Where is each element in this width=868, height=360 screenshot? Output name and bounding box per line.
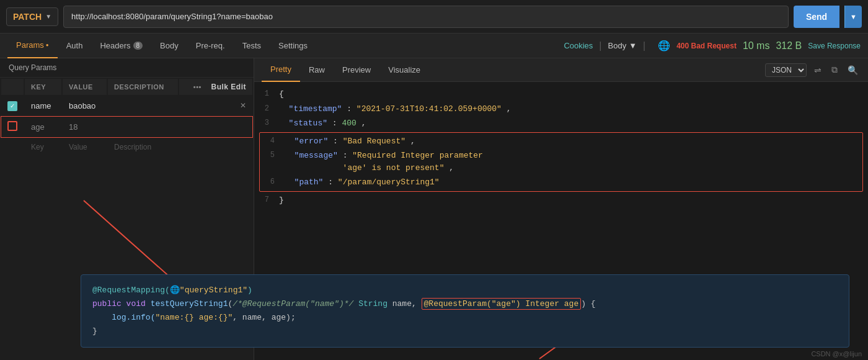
format-select[interactable]: JSON — [765, 63, 807, 77]
wrap-icon[interactable]: ⇌ — [812, 64, 824, 76]
row2-key[interactable]: age — [25, 117, 61, 137]
response-size: 312 B — [776, 40, 802, 52]
col-value-header: VALUE — [63, 79, 107, 95]
row2-desc — [108, 117, 178, 137]
send-button[interactable]: Send — [794, 6, 839, 28]
send-dropdown-button[interactable]: ▼ — [844, 6, 862, 28]
top-bar: PATCH ▼ Send ▼ — [0, 0, 868, 34]
col-desc-header: DESCRIPTION — [108, 79, 178, 95]
row2-value[interactable]: 18 — [63, 117, 107, 137]
copy-icon[interactable]: ⧉ — [829, 63, 840, 76]
code-panel: @RequestMapping(🌐"queryString1") public … — [81, 274, 849, 348]
status-badge: 400 Bad Request — [676, 42, 737, 50]
query-params-header: Query Params — [0, 58, 254, 78]
params-table: KEY VALUE DESCRIPTION ••• Bulk Edit ✓ — [0, 78, 254, 157]
row1-key[interactable]: name — [25, 96, 61, 115]
dots-icon: ••• — [193, 83, 202, 91]
save-response-button[interactable]: Save Response — [808, 42, 861, 50]
chevron-down-icon: ▼ — [45, 13, 51, 20]
body-dropdown[interactable]: Body ▼ — [608, 41, 637, 50]
row2-checkbox[interactable] — [7, 121, 17, 131]
placeholder-desc[interactable]: Description — [108, 138, 178, 156]
tab-headers[interactable]: Headers 8 — [91, 34, 151, 58]
response-tab-bar: Pretty Raw Preview Visualize JSON ⇌ ⧉ 🔍 — [254, 58, 868, 82]
globe-icon: 🌐 — [658, 40, 670, 52]
placeholder-row: Key Value Description — [1, 138, 252, 156]
json-line-4: 4 "error" : "Bad Request" , — [260, 134, 862, 149]
highlight-age-param: @RequestParam("age") Integer age — [422, 298, 582, 310]
tab-settings[interactable]: Settings — [270, 34, 316, 58]
row1-delete-button[interactable]: ✕ — [240, 101, 246, 110]
code-line-1: @RequestMapping(🌐"queryString1") — [92, 284, 838, 297]
row1-desc — [108, 96, 178, 115]
row1-checkbox-cell[interactable]: ✓ — [1, 96, 24, 115]
tab-visualize[interactable]: Visualize — [379, 58, 429, 82]
cookies-button[interactable]: Cookies — [564, 41, 593, 50]
params-dot: ● — [46, 42, 49, 48]
code-line-3: log.info("name:{} age:{}", name, age); — [92, 311, 838, 325]
response-meta-bar: Cookies | Body ▼ | 🌐 400 Bad Request 10 … — [564, 40, 861, 52]
row2-checkbox-cell[interactable] — [1, 117, 24, 137]
response-time: 10 ms — [743, 40, 770, 52]
request-tab-bar: Params ● Auth Headers 8 Body Pre-req. Te… — [0, 34, 868, 58]
placeholder-value[interactable]: Value — [63, 138, 107, 156]
tab-body[interactable]: Body — [151, 34, 187, 58]
watermark: CSDN @x@lijun — [811, 350, 862, 358]
main-content: Query Params KEY VALUE DESCRIPTION ••• B… — [0, 58, 868, 360]
search-icon[interactable]: 🔍 — [845, 64, 861, 76]
code-line-2: public void testQueryString1(/*@RequestP… — [92, 297, 838, 311]
tab-prereq[interactable]: Pre-req. — [187, 34, 234, 58]
placeholder-key[interactable]: Key — [25, 138, 61, 156]
json-line-2: 2 "timestamp" : "2021-07-31T10:41:02.059… — [254, 102, 868, 117]
json-line-3: 3 "status" : 400 , — [254, 116, 868, 131]
json-line-6: 6 "path" : "/param/queryString1" — [260, 175, 862, 190]
row1-checkbox[interactable]: ✓ — [7, 101, 17, 111]
json-line-1: 1 { — [254, 87, 868, 102]
row1-value[interactable]: baobao — [63, 96, 107, 115]
col-key-header: KEY — [25, 79, 61, 95]
json-line-5: 5 "message" : "Required Integer paramete… — [260, 148, 862, 175]
method-selector[interactable]: PATCH ▼ — [6, 7, 58, 26]
tab-params[interactable]: Params ● — [7, 34, 58, 58]
tab-auth[interactable]: Auth — [58, 34, 92, 58]
tab-pretty[interactable]: Pretty — [262, 58, 300, 82]
json-line-7: 7 } — [254, 193, 868, 208]
table-row: ✓ name baobao ✕ — [1, 96, 252, 115]
response-tools: JSON ⇌ ⧉ 🔍 — [765, 63, 861, 77]
tab-tests[interactable]: Tests — [234, 34, 270, 58]
error-highlight-box: 4 "error" : "Bad Request" , 5 "message" … — [259, 132, 863, 192]
tab-raw[interactable]: Raw — [300, 58, 334, 82]
url-input[interactable] — [63, 6, 789, 28]
code-line-4: } — [92, 325, 838, 338]
bulk-edit-button[interactable]: Bulk Edit — [211, 83, 246, 91]
headers-badge: 8 — [133, 42, 143, 50]
method-label: PATCH — [13, 12, 42, 22]
tab-preview[interactable]: Preview — [334, 58, 379, 82]
line-num-1: 1 — [262, 88, 279, 99]
table-row: age 18 — [1, 117, 252, 137]
